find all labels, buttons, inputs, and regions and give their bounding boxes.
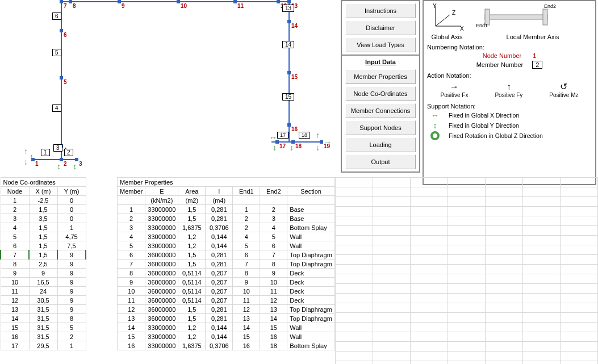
- svg-rect-6: [485, 15, 547, 19]
- local-axis-icon: End1 End2: [474, 3, 559, 32]
- table-row[interactable]: 1016,59: [1, 278, 86, 287]
- diagram-node-label: 2: [64, 161, 67, 167]
- structure-diagram: 12345678910111213141516171819 1234561314…: [0, 0, 341, 176]
- diagram-node: [287, 71, 291, 74]
- diagram-member-label: 5: [52, 49, 61, 56]
- svg-text:End1: End1: [476, 23, 488, 28]
- table-row[interactable]: 1531,55: [1, 323, 86, 332]
- svg-text:Z: Z: [452, 10, 455, 16]
- table-row[interactable]: 4330000001,20,14445Wall: [118, 232, 335, 241]
- table-row[interactable]: 3330000001,63750,370624Bottom Splay: [118, 223, 335, 232]
- diagram-member-label: 4: [52, 104, 61, 112]
- diagram-node-label: 9: [122, 3, 125, 9]
- diagram-member-label: 18: [299, 132, 310, 139]
- table-row[interactable]: 1729,51: [1, 341, 86, 350]
- col-header: Y (m): [57, 187, 86, 196]
- table-row[interactable]: 1330000001,50,28112Base: [118, 205, 335, 214]
- table-row[interactable]: 16330000001,63750,37061618Bottom Splay: [118, 341, 335, 350]
- diagram-node-label: 7: [64, 3, 67, 9]
- table-row[interactable]: 7360000001,50,28178Top Diaphragm: [118, 260, 335, 269]
- table-row[interactable]: 21,50: [1, 205, 86, 214]
- support-nodes-button[interactable]: Support Nodes: [345, 120, 416, 135]
- table-row[interactable]: 9360000000,51140,207910Deck: [118, 278, 335, 287]
- table-row[interactable]: 5330000001,20,14456Wall: [118, 241, 335, 250]
- svg-text:End2: End2: [544, 3, 556, 9]
- table-row[interactable]: 1230,59: [1, 296, 86, 305]
- table-row[interactable]: 1631,52: [1, 332, 86, 341]
- table-row[interactable]: 13360000001,50,2811314Top Diaphragm: [118, 314, 335, 323]
- col-header: Area: [178, 187, 206, 196]
- col-subheader: [233, 196, 260, 205]
- diagram-node-label: 11: [237, 3, 244, 9]
- input-data-header: Input Data: [342, 57, 419, 67]
- fixed-y-label: Fixed in Global Y Direction: [449, 122, 519, 129]
- col-header: Section: [287, 187, 335, 196]
- table-row[interactable]: 10360000000,51140,2071011Deck: [118, 287, 335, 296]
- global-axis-icon: Y Z X: [427, 3, 467, 32]
- table-row[interactable]: 71,59: [1, 250, 86, 260]
- member-connections-button[interactable]: Member Connections: [345, 103, 416, 118]
- diagram-node: [277, 0, 280, 3]
- col-header: End1: [233, 187, 260, 196]
- member-table-title: Member Properties: [118, 178, 335, 187]
- table-row[interactable]: 15330000001,20,1441516Wall: [118, 332, 335, 341]
- table-row[interactable]: 82,59: [1, 260, 86, 269]
- table-row[interactable]: 51,54,75: [1, 232, 86, 241]
- diagram-node-label: 15: [291, 74, 298, 80]
- table-row[interactable]: 11249: [1, 287, 86, 296]
- global-axis-label: Global Axis: [427, 34, 467, 40]
- table-row[interactable]: 1431,58: [1, 314, 86, 323]
- svg-point-11: [432, 132, 438, 139]
- support-icon: ↑: [316, 131, 320, 140]
- diagram-node: [75, 158, 78, 161]
- table-row[interactable]: 61,57,5: [1, 241, 86, 250]
- node-coordinates-table[interactable]: Node Co-ordinates NodeX (m)Y (m) 1-2,502…: [0, 177, 86, 350]
- diagram-node: [287, 123, 291, 127]
- loading-button[interactable]: Loading: [345, 137, 416, 152]
- spreadsheet-grid[interactable]: [335, 177, 598, 364]
- table-row[interactable]: 12360000001,50,2811213Top Diaphragm: [118, 305, 335, 314]
- table-row[interactable]: 2330000001,50,28123Base: [118, 214, 335, 223]
- diagram-node: [60, 0, 63, 3]
- diagram-node: [60, 76, 63, 80]
- member-properties-table[interactable]: Member Properties MemberEAreaIEnd1End2Se…: [117, 177, 335, 350]
- support-icon: ↓: [316, 143, 320, 152]
- table-row[interactable]: 41,51: [1, 223, 86, 232]
- member-number-value: 2: [532, 61, 542, 69]
- table-row[interactable]: 999: [1, 269, 86, 278]
- table-row[interactable]: 14330000001,20,1441415Wall: [118, 323, 335, 332]
- diagram-member-label: 3: [53, 144, 62, 152]
- table-row[interactable]: 1331,59: [1, 305, 86, 314]
- diagram-node-label: 10: [181, 3, 187, 9]
- svg-line-2: [436, 15, 450, 26]
- diagram-node-label: 18: [295, 143, 302, 149]
- node-coordinates-button[interactable]: Node Co-Ordinates: [345, 86, 416, 101]
- node-number-label: Node Number: [483, 52, 521, 59]
- col-header: I: [206, 187, 233, 196]
- col-header: End2: [260, 187, 287, 196]
- view-load-types-button[interactable]: View Load Types: [345, 37, 416, 52]
- fixed-rot-label: Fixed Rotation in Global Z Direction: [449, 132, 543, 139]
- table-row[interactable]: 33,50: [1, 214, 86, 223]
- table-row[interactable]: 8360000000,51140,20789Deck: [118, 269, 335, 278]
- node-table-title: Node Co-ordinates: [1, 178, 86, 187]
- legend-panel: Y Z X Global Axis End1 End2 Local Member…: [423, 0, 596, 185]
- table-row[interactable]: 11360000000,51140,2071112Deck: [118, 296, 335, 305]
- local-axis-label: Local Member Axis: [474, 34, 592, 40]
- diagram-node: [177, 0, 180, 3]
- diagram-node: [287, 0, 291, 3]
- disclaimer-button[interactable]: Disclaimer: [345, 20, 416, 35]
- table-row[interactable]: 1-2,50: [1, 196, 86, 205]
- col-header: X (m): [29, 187, 57, 196]
- diagram-node: [118, 0, 121, 3]
- action-notation-label: Action Notation:: [427, 72, 592, 79]
- col-header: Node: [1, 187, 29, 196]
- member-properties-button[interactable]: Member Properties: [345, 69, 416, 84]
- col-subheader: (m4): [206, 196, 233, 205]
- output-button[interactable]: Output: [345, 154, 416, 169]
- table-row[interactable]: 6360000001,50,28167Top Diaphragm: [118, 250, 335, 260]
- fixed-y-icon: ↕: [427, 121, 443, 130]
- instructions-button[interactable]: Instructions: [345, 3, 416, 18]
- svg-text:Y: Y: [433, 3, 437, 9]
- diagram-node: [320, 140, 323, 144]
